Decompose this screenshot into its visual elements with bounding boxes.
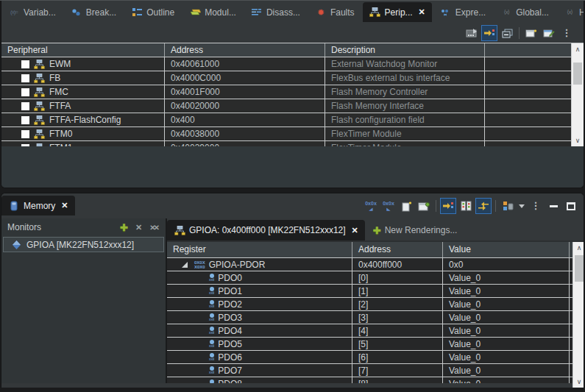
peripheral-checkbox[interactable]: [21, 130, 29, 138]
peripheral-row[interactable]: FTFA0x40020000Flash Memory Interface: [1, 99, 584, 113]
export-memory-icon[interactable]: [416, 198, 432, 214]
register-row[interactable]: xxiiPDO4[4]Value_0: [167, 324, 584, 338]
register-name: PDO0: [218, 273, 242, 283]
expand-toggle-icon[interactable]: [182, 262, 188, 268]
peripheral-checkbox[interactable]: [21, 88, 29, 96]
peripheral-checkbox[interactable]: [21, 102, 29, 110]
register-row[interactable]: xxiiPDO3[3]Value_0: [167, 311, 584, 324]
register-row[interactable]: xxiiPDO8[8]Value_0: [167, 377, 584, 383]
register-row[interactable]: xxiiPDO7[7]Value_0: [167, 364, 584, 377]
peripheral-row[interactable]: FTFA-FlashConfig0x400Flash configuration…: [1, 113, 584, 127]
maximize-icon[interactable]: [563, 198, 579, 214]
new-tab-icon[interactable]: [398, 198, 414, 214]
remove-monitor-icon[interactable]: ✕: [135, 223, 142, 232]
peripheral-row[interactable]: FMC0x4001F000Flash Memory Controller: [1, 85, 584, 99]
register-row[interactable]: xxiiPDO6[6]Value_0: [167, 351, 584, 364]
tab-global-variables[interactable]: ⟨x⟩ Global...: [494, 2, 556, 22]
register-name-cell: xxiiPDO2: [167, 298, 352, 310]
memory-icon: [8, 201, 20, 211]
scrollbar-thumb[interactable]: [573, 63, 582, 85]
register-name-cell: xxiiPDO4: [167, 324, 352, 337]
toolbar-separator: [495, 200, 496, 212]
link-rendering-icon[interactable]: [440, 198, 456, 214]
tab-label: Heap ...: [579, 7, 584, 18]
peripheral-checkbox[interactable]: [21, 74, 29, 82]
layout-icon[interactable]: [500, 198, 516, 214]
tab-label: Outline: [146, 7, 174, 18]
scroll-up-icon[interactable]: ∧: [572, 44, 584, 54]
peripherals-table: Peripheral Address Description EWM0x4006…: [1, 43, 584, 146]
register-row[interactable]: 0X0XX0X0GPIOA-PDOR0x400ff0000x0: [167, 258, 584, 271]
tab-memory[interactable]: Memory ✕: [1, 196, 75, 215]
memory-scrollbar[interactable]: ∧ ∨: [572, 242, 584, 388]
tab-new-renderings[interactable]: ✚ New Renderings...: [366, 220, 464, 240]
scrollbar-thumb[interactable]: [575, 255, 584, 282]
peripheral-name-cell: FMC: [1, 85, 165, 99]
add-monitor-icon[interactable]: ✚: [120, 222, 128, 233]
register-row[interactable]: xxiiPDO0[0]Value_0: [167, 271, 584, 285]
tab-expressions[interactable]: Expre...: [433, 2, 492, 22]
view-menu-icon[interactable]: ⋮: [559, 25, 575, 41]
column-header-value[interactable]: Value: [443, 242, 570, 257]
tab-heap[interactable]: ⟨x⟩ Heap ...: [557, 2, 584, 22]
tab-outline[interactable]: Outline: [124, 2, 181, 22]
close-icon[interactable]: ✕: [61, 201, 68, 210]
tab-disassembly[interactable]: Disass...: [244, 2, 307, 22]
peripheral-address-cell: 0x400: [165, 113, 325, 126]
column-header-empty: [485, 43, 584, 57]
customize-view-icon[interactable]: [541, 25, 557, 41]
dropdown-icon[interactable]: [517, 198, 526, 214]
peripheral-row[interactable]: EWM0x40061000External Watchdog Monitor: [1, 57, 584, 71]
scroll-down-icon[interactable]: ∨: [573, 377, 584, 387]
global-variables-icon: ⟨x⟩: [500, 7, 512, 18]
tab-label: Break...: [86, 7, 116, 18]
close-icon[interactable]: ✕: [352, 226, 358, 235]
new-hex-monitor-icon[interactable]: 0x0x◢: [363, 198, 379, 214]
column-header-description[interactable]: Description: [325, 43, 485, 57]
register-row[interactable]: xxiiPDO5[5]Value_0: [167, 338, 584, 351]
register-name-cell: 0X0XX0X0GPIOA-PDOR: [167, 258, 352, 271]
view-menu-icon[interactable]: ⋮: [528, 198, 544, 214]
register-name-cell: xxiiPDO0: [167, 271, 352, 284]
peripheral-row[interactable]: FB0x4000C000FlexBus external bus interfa…: [1, 71, 584, 85]
field-icon: xxii: [209, 274, 214, 282]
column-header-address[interactable]: Address: [352, 242, 443, 257]
register-address-cell: 0x400ff000: [352, 258, 443, 271]
register-row[interactable]: xxiiPDO1[1]Value_0: [167, 285, 584, 298]
disassembly-icon: [251, 7, 263, 18]
peripheral-icon: [34, 88, 45, 97]
peripheral-checkbox[interactable]: [21, 116, 29, 124]
scroll-up-icon[interactable]: ∧: [573, 243, 584, 253]
column-header-register[interactable]: Register: [167, 242, 352, 257]
switch-monitor-icon[interactable]: [475, 198, 492, 214]
new-register-view-icon[interactable]: [523, 25, 539, 41]
scroll-down-icon[interactable]: ∨: [572, 135, 584, 146]
remove-all-monitors-icon[interactable]: ✕✕: [149, 224, 160, 232]
collapse-all-icon[interactable]: [499, 25, 515, 41]
tab-gpioa-rendering[interactable]: GPIOA: 0x400ff000 [MK22FN512xxx12] ✕: [167, 220, 365, 240]
export-registers-icon[interactable]: [464, 25, 480, 41]
peripheral-row[interactable]: FTM10x40039000FlexTimer Module: [1, 141, 584, 146]
modules-icon: [189, 7, 201, 18]
close-icon[interactable]: ✕: [419, 7, 425, 17]
link-with-selection-icon[interactable]: [481, 25, 497, 41]
tab-label: Variab...: [24, 7, 56, 18]
new-hex-rendering-icon[interactable]: 0x0x◣: [380, 198, 397, 214]
monitor-item-gpioa[interactable]: GPIOA [MK22FN512xxx12]: [3, 237, 164, 252]
column-header-peripheral[interactable]: Peripheral: [1, 43, 165, 57]
peripheral-checkbox[interactable]: [21, 60, 29, 68]
column-header-address[interactable]: Address: [165, 43, 325, 57]
register-row[interactable]: xxiiPDO2[2]Value_0: [167, 298, 584, 311]
split-rendering-icon[interactable]: [458, 198, 474, 214]
register-value-cell: Value_0: [443, 324, 570, 337]
tab-modules[interactable]: Modul...: [182, 2, 243, 22]
tab-breakpoints[interactable]: Break...: [64, 2, 123, 22]
peripheral-description-cell: FlexTimer Module: [325, 141, 485, 146]
peripheral-icon: [34, 60, 45, 69]
minimize-icon[interactable]: [545, 198, 561, 214]
tab-peripherals[interactable]: Perip... ✕: [363, 2, 432, 22]
tab-faults[interactable]: ✹ Faults: [308, 2, 361, 22]
peripheral-row[interactable]: FTM00x40038000FlexTimer Module: [1, 127, 584, 141]
peripherals-scrollbar[interactable]: ∧ ∨: [571, 43, 584, 146]
tab-variables[interactable]: (x)= Variab...: [1, 2, 63, 22]
